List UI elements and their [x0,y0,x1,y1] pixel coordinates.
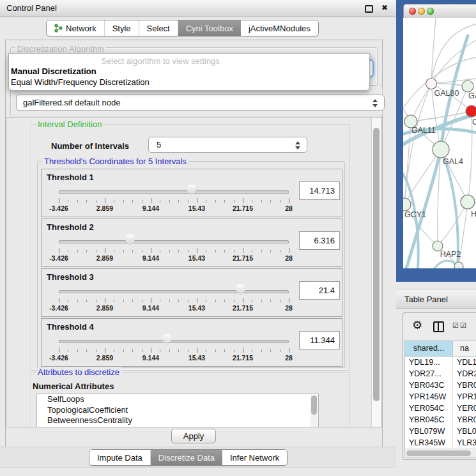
table-row[interactable]: YLR345WYLR3 [405,437,476,449]
table-horizontal-scrollbar[interactable] [405,449,476,457]
slider-thumb[interactable] [125,234,135,245]
gear-icon[interactable]: ⚙ [412,319,422,331]
column-header-na[interactable]: na [453,341,476,356]
algorithm-option-equal-width-frequency-discretization[interactable]: Equal Width/Frequency Discretization [11,77,150,87]
table-scrollbar-thumb[interactable] [406,450,471,456]
scale-tick-label: 28 [285,204,293,212]
network-node-ga[interactable] [462,81,473,92]
list-scrollbar[interactable] [311,395,318,427]
network-node-item[interactable] [454,262,463,268]
threshold-value-field-2[interactable]: 6.316 [299,231,340,250]
tab-discretize-data[interactable]: Discretize Data [151,450,222,465]
interval-definition-group: Interval Definition Number of Intervals … [31,124,350,371]
tab-infer-network[interactable]: Infer Network [222,450,287,465]
table-data-combobox[interactable]: galFiltered.sif default node [16,95,385,111]
scale-tick-label: 9.144 [142,254,159,262]
slider-track[interactable] [59,240,289,243]
table-row[interactable]: YBR045CYBR0 [405,414,476,426]
settings-scrollbar-thumb[interactable] [373,128,380,401]
slider-ticks [59,298,289,303]
slider-thumb[interactable] [236,284,245,295]
slider-thumb[interactable] [187,185,196,196]
apply-button[interactable]: Apply [171,429,216,443]
threshold-label: Threshold 4 [47,322,94,332]
thresholds-group-label: Threshold's Coordinates for 5 Intervals [42,157,188,166]
number-of-intervals-spinner[interactable]: 5 [148,137,307,153]
zoom-traffic-light-icon[interactable] [427,8,434,15]
tick-mark [96,200,96,203]
tab-network[interactable]: Network [47,20,105,36]
network-node-gal4[interactable] [433,141,449,158]
list-scrollbar-thumb[interactable] [311,395,317,415]
tick-mark [59,248,59,253]
tick-mark [86,250,87,252]
float-window-icon[interactable] [365,5,373,13]
scale-tick-label: 15.43 [188,354,205,362]
tick-mark [243,298,243,303]
network-node-c[interactable] [466,105,476,117]
tick-mark [105,198,105,203]
tick-mark [215,349,216,352]
slider-track[interactable] [59,290,289,293]
tick-mark [178,349,179,352]
threshold-value-field-4[interactable]: 11.344 [299,331,340,349]
tick-mark [123,300,124,302]
threshold-value-field-1[interactable]: 14.713 [299,181,340,200]
network-node-gal80[interactable] [426,79,437,89]
tab-impute-data[interactable]: Impute Data [89,450,151,465]
network-canvas[interactable]: GAL80GACGAL11GAL4GCY1HHAP2 [403,18,476,268]
tab-label: Cyni Toolbox [186,24,233,33]
table-row[interactable]: YDL19...YDL1 [405,357,476,368]
split-columns-icon[interactable] [433,321,444,332]
close-icon[interactable]: ✖ [381,3,388,12]
table-row[interactable]: YER054CYER0 [405,403,476,414]
attribute-item-betweennesscentrality[interactable]: BetweennessCentrality [37,415,318,426]
network-node-gcy1[interactable] [403,198,411,211]
tab-cyni-toolbox[interactable]: Cyni Toolbox [178,20,241,36]
close-traffic-light-icon[interactable] [409,8,416,15]
tab-style[interactable]: Style [105,20,139,36]
tick-mark [178,300,179,302]
table-row[interactable]: YBL079WYBL0 [405,426,476,437]
tick-mark [160,349,160,352]
minimize-traffic-light-icon[interactable] [418,8,425,15]
attribute-item-topologicalcoefficient[interactable]: TopologicalCoefficient [37,405,318,416]
tick-mark [160,250,160,252]
settings-scrollbar[interactable] [371,118,381,427]
node-table: shared...na YDL19...YDL1YDR27...YDR2YBR0… [404,341,476,458]
table-cell: YDR27... [405,368,453,380]
tab-label: Select [147,24,170,33]
tick-mark [270,349,271,352]
tick-mark [96,349,96,352]
table-cell: YLR345W [405,437,453,449]
tick-mark [160,300,160,302]
tick-mark [261,250,262,252]
numerical-attributes-list[interactable]: SelfLoopsTopologicalCoefficientBetweenne… [36,394,319,427]
network-node-h[interactable] [461,195,475,209]
tick-mark [96,300,96,302]
tick-mark [188,250,188,252]
threshold-value-field-3[interactable]: 21.4 [299,281,340,300]
slider-track[interactable] [59,340,289,343]
attribute-item-selfloops[interactable]: SelfLoops [37,394,318,405]
tick-mark [123,349,124,352]
tab-select[interactable]: Select [139,20,178,36]
table-row[interactable]: YBR043CYBR0 [405,380,476,391]
table-cell: YLR3 [453,437,476,449]
slider-track[interactable] [59,190,289,194]
spinner-stepper-icon [295,141,301,150]
tick-mark [234,250,234,252]
table-row[interactable]: YDR27...YDR2 [405,368,476,380]
checkbox-icon[interactable]: ☑ [460,321,466,330]
tab-jactivemnodules[interactable]: jActiveMNodules [241,20,318,36]
table-row[interactable]: YPR145WYPR1 [405,391,476,403]
tick-mark [197,348,197,353]
checkbox-icon[interactable]: ☑ [452,321,459,330]
algorithm-option-manual-discretization[interactable]: Manual Discretization [11,66,96,76]
scale-tick-label: 9.144 [142,204,159,212]
slider-thumb[interactable] [162,334,172,345]
tick-mark [243,348,243,353]
tick-mark [86,200,87,203]
column-header-shared[interactable]: shared... [405,341,453,356]
table-cell: YBL079W [405,426,453,437]
